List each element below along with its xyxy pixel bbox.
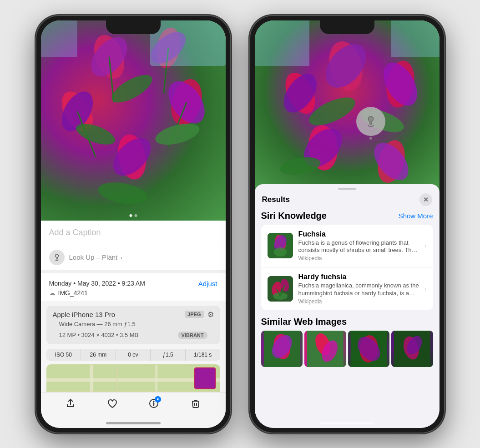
lookup-row[interactable]: Look Up – Plant ›	[41, 245, 226, 270]
knowledge-item-fuchsia[interactable]: Fuchsia Fuchsia is a genus of flowering …	[261, 225, 433, 267]
right-phone: Results ✕ Siri Knowledge Show More	[249, 15, 445, 433]
siri-dot	[369, 137, 372, 140]
siri-knowledge-title: Siri Knowledge	[261, 211, 327, 221]
hardy-chevron: ›	[424, 285, 427, 292]
show-more-button[interactable]: Show More	[399, 212, 433, 220]
svg-rect-27	[195, 368, 215, 388]
resolution: 12 MP • 3024 × 4032 • 3.5 MB	[59, 332, 139, 338]
fuchsia-title: Fuchsia	[298, 230, 419, 238]
svg-point-14	[107, 69, 156, 108]
svg-point-15	[73, 119, 117, 149]
fuchsia-desc: Fuchsia is a genus of flowering plants t…	[298, 239, 419, 255]
camera-details: Wide Camera — 26 mm ƒ1.5	[53, 319, 214, 329]
spec-iso: ISO 50	[46, 349, 81, 361]
similar-images-grid	[261, 331, 433, 367]
similar-image-2[interactable]	[304, 331, 346, 367]
svg-rect-18	[150, 20, 226, 66]
heart-button[interactable]	[107, 398, 118, 412]
home-indicator-left	[106, 422, 161, 424]
svg-point-16	[153, 119, 202, 149]
left-phone: Add a Caption Look Up – Plant ›	[35, 15, 231, 433]
svg-line-10	[109, 57, 114, 102]
svg-point-7	[161, 75, 212, 130]
svg-point-6	[166, 76, 207, 129]
date-section: Monday • May 30, 2022 • 9:23 AM Adjust ☁…	[41, 270, 226, 301]
notch	[106, 20, 161, 34]
vibrant-badge: VIBRANT	[178, 332, 207, 339]
home-indicator-right	[320, 422, 374, 424]
results-panel: Results ✕ Siri Knowledge Show More	[255, 184, 440, 428]
fuchsia-chevron: ›	[424, 242, 427, 249]
spec-ev: 0 ev	[116, 349, 151, 361]
knowledge-item-hardy[interactable]: Hardy fuchsia Fuchsia magellanica, commo…	[261, 267, 433, 310]
svg-line-13	[168, 102, 187, 148]
similar-image-1[interactable]	[261, 331, 303, 367]
svg-point-2	[153, 25, 183, 70]
svg-point-5	[55, 86, 99, 136]
svg-point-8	[114, 132, 149, 181]
svg-line-11	[164, 48, 168, 93]
siri-bubble[interactable]	[356, 107, 385, 136]
close-button[interactable]: ✕	[419, 193, 432, 206]
notch-right	[320, 20, 374, 34]
svg-point-4	[55, 86, 99, 136]
spec-aperture: ƒ1.5	[151, 349, 186, 361]
adjust-button[interactable]: Adjust	[198, 280, 217, 287]
similar-section: Similar Web Images	[255, 317, 440, 367]
svg-line-12	[77, 111, 96, 157]
gear-icon[interactable]: ⚙	[207, 310, 214, 319]
svg-point-48	[274, 247, 287, 257]
cloud-icon: ☁	[49, 289, 56, 297]
fuchsia-source: Wikipedia	[298, 255, 419, 262]
device-section: Apple iPhone 13 Pro JPEG ⚙ Wide Camera —…	[46, 306, 220, 344]
hardy-title: Hardy fuchsia	[298, 273, 419, 281]
filename: IMG_4241	[58, 289, 88, 297]
date-text: Monday • May 30, 2022 • 9:23 AM	[49, 280, 145, 287]
siri-knowledge-section: Siri Knowledge Show More	[255, 211, 440, 311]
hardy-source: Wikipedia	[298, 298, 419, 305]
hardy-thumbnail	[268, 276, 293, 302]
siri-icon	[49, 250, 65, 265]
jpeg-badge: JPEG	[185, 311, 203, 318]
specs-row: ISO 50 26 mm 0 ev ƒ1.5 1/181 s	[46, 349, 220, 361]
svg-rect-43	[255, 20, 309, 66]
svg-rect-44	[391, 20, 440, 57]
results-header: Results ✕	[255, 190, 440, 211]
svg-point-0	[88, 30, 130, 82]
similar-image-3[interactable]	[348, 331, 390, 367]
toolbar-left: ✦	[41, 392, 226, 417]
svg-point-9	[106, 131, 157, 182]
knowledge-card: Fuchsia Fuchsia is a genus of flowering …	[261, 225, 433, 311]
share-button[interactable]	[65, 398, 76, 412]
lookup-label: Look Up – Plant ›	[69, 253, 122, 261]
caption-placeholder: Add a Caption	[49, 228, 101, 237]
trash-button[interactable]	[190, 398, 201, 412]
flower-photo-right[interactable]	[255, 20, 440, 193]
info-button[interactable]: ✦	[148, 398, 159, 412]
svg-point-29	[154, 401, 154, 402]
svg-point-1	[84, 30, 134, 83]
results-title: Results	[262, 195, 290, 204]
info-badge: ✦	[155, 396, 161, 403]
caption-area[interactable]: Add a Caption	[41, 221, 226, 245]
device-name: Apple iPhone 13 Pro	[53, 311, 116, 318]
fuchsia-thumbnail	[268, 233, 293, 258]
svg-point-35	[377, 56, 424, 111]
flower-photo-left[interactable]	[41, 20, 226, 221]
hardy-desc: Fuchsia magellanica, commonly known as t…	[298, 282, 419, 297]
svg-rect-19	[41, 20, 77, 57]
similar-image-4[interactable]	[391, 331, 433, 367]
spec-mm: 26 mm	[81, 349, 116, 361]
spec-shutter: 1/181 s	[186, 349, 220, 361]
similar-title: Similar Web Images	[261, 317, 433, 327]
svg-point-17	[96, 179, 149, 207]
